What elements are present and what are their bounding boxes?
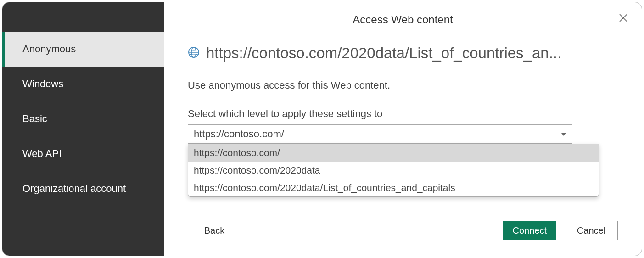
- sidebar-item-label: Web API: [22, 148, 62, 160]
- combo-selected-value: https://contoso.com/: [194, 128, 284, 140]
- button-row: Back Connect Cancel: [188, 221, 618, 240]
- sidebar-item-label: Organizational account: [22, 183, 126, 195]
- sidebar-item-anonymous[interactable]: Anonymous: [2, 32, 164, 67]
- access-web-content-dialog: Anonymous Windows Basic Web API Organiza…: [2, 2, 642, 256]
- button-label: Cancel: [577, 225, 605, 236]
- chevron-down-icon: [561, 128, 566, 140]
- sidebar-item-web-api[interactable]: Web API: [2, 136, 164, 171]
- level-combobox[interactable]: https://contoso.com/: [188, 124, 572, 144]
- auth-description: Use anonymous access for this Web conten…: [188, 79, 618, 91]
- url-display: https://contoso.com/2020data/List_of_cou…: [206, 45, 618, 62]
- main-panel: Access Web content https://contoso.com/2…: [164, 2, 642, 256]
- back-button[interactable]: Back: [188, 221, 241, 240]
- sidebar-item-label: Windows: [22, 78, 63, 90]
- level-dropdown: https://contoso.com/ https://contoso.com…: [188, 144, 599, 197]
- right-button-group: Connect Cancel: [503, 221, 618, 240]
- connect-button[interactable]: Connect: [503, 221, 557, 240]
- dropdown-option[interactable]: https://contoso.com/2020data: [188, 162, 599, 179]
- dropdown-option-label: https://contoso.com/2020data/List_of_cou…: [194, 182, 455, 193]
- dialog-title: Access Web content: [164, 13, 642, 26]
- close-icon: [619, 13, 628, 24]
- dropdown-option-label: https://contoso.com/: [194, 147, 280, 158]
- globe-icon: [188, 46, 200, 60]
- level-combo-wrapper: https://contoso.com/ https://contoso.com…: [188, 124, 572, 144]
- sidebar-item-organizational-account[interactable]: Organizational account: [2, 171, 164, 206]
- content-area: https://contoso.com/2020data/List_of_cou…: [164, 45, 642, 144]
- cancel-button[interactable]: Cancel: [565, 221, 618, 240]
- dropdown-option[interactable]: https://contoso.com/2020data/List_of_cou…: [188, 179, 599, 196]
- button-label: Back: [204, 225, 224, 236]
- button-label: Connect: [513, 225, 547, 236]
- auth-method-sidebar: Anonymous Windows Basic Web API Organiza…: [2, 2, 164, 256]
- dropdown-option-label: https://contoso.com/2020data: [194, 165, 320, 176]
- url-row: https://contoso.com/2020data/List_of_cou…: [188, 45, 618, 62]
- sidebar-item-basic[interactable]: Basic: [2, 101, 164, 136]
- close-button[interactable]: [615, 11, 632, 27]
- sidebar-item-label: Basic: [22, 113, 47, 125]
- sidebar-item-label: Anonymous: [22, 43, 76, 55]
- level-select-label: Select which level to apply these settin…: [188, 108, 618, 120]
- dropdown-option[interactable]: https://contoso.com/: [188, 144, 599, 162]
- sidebar-item-windows[interactable]: Windows: [2, 67, 164, 101]
